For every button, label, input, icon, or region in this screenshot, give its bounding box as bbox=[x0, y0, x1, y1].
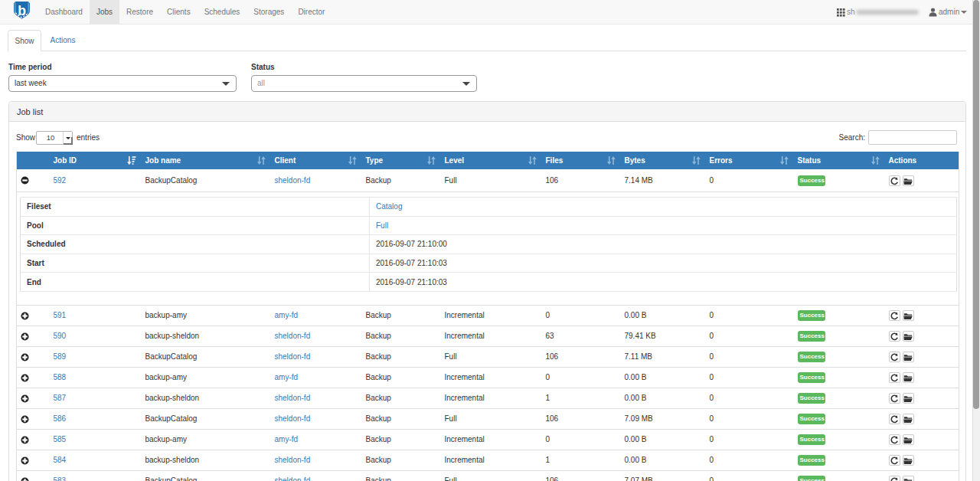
svg-text:b: b bbox=[18, 3, 26, 18]
